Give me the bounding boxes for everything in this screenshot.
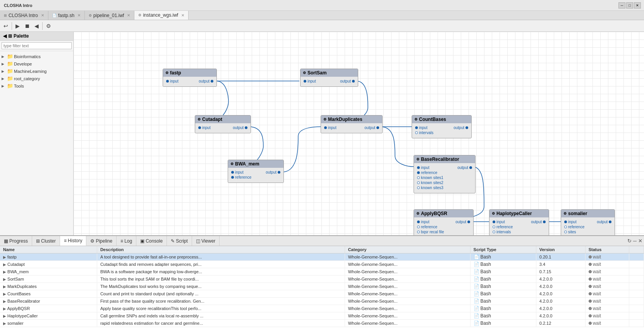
tab-console[interactable]: ▣ Console xyxy=(136,236,167,246)
port-output[interactable]: output xyxy=(266,170,280,174)
expand-row-button[interactable]: ▶ xyxy=(3,307,6,311)
tab-close-icon[interactable]: ✕ xyxy=(41,13,44,17)
expand-row-button[interactable]: ▶ xyxy=(3,277,6,281)
port-input[interactable]: input xyxy=(198,126,211,130)
port-known-sites2[interactable]: known sites2 xyxy=(417,181,472,185)
tab-script[interactable]: ✎ Script xyxy=(167,236,192,246)
maximize-button[interactable]: □ xyxy=(626,2,633,9)
port-reference[interactable]: reference xyxy=(417,225,470,229)
port-output[interactable]: output xyxy=(531,220,546,224)
node-applybqsr[interactable]: ⚙ ApplyBQSR input output reference bqsr … xyxy=(414,209,474,235)
table-row[interactable]: ▶ BWA_mem BWA is a software package for … xyxy=(0,268,644,276)
tree-item-machinelearning[interactable]: ▶ 📁 MachineLearning xyxy=(0,67,73,75)
port-output[interactable]: output xyxy=(457,165,472,170)
minimize-panel-icon[interactable]: ─ xyxy=(633,238,637,244)
expand-row-button[interactable]: ▶ xyxy=(3,299,6,303)
node-countbases[interactable]: ⚙ CountBases input output intervals xyxy=(412,115,472,138)
app-title: CLOSHA Intro xyxy=(2,3,35,8)
table-row[interactable]: ▶ HaplotypeCaller Call germline SNPs and… xyxy=(0,312,644,320)
settings-button[interactable]: ⚙ xyxy=(44,22,53,30)
port-input[interactable]: input xyxy=(564,220,577,224)
expand-row-button[interactable]: ▶ xyxy=(3,270,6,274)
tab-closha-intro[interactable]: ⊞ CLOSHA Intro ✕ xyxy=(0,11,48,20)
port-input[interactable]: input xyxy=(166,79,179,83)
refresh-button[interactable]: ↩ xyxy=(2,22,10,30)
port-input[interactable]: input xyxy=(231,170,244,174)
port-reference[interactable]: reference xyxy=(231,175,280,179)
expand-row-button[interactable]: ▶ xyxy=(3,314,6,318)
port-input[interactable]: input xyxy=(415,126,428,130)
tab-pipeline01[interactable]: ⚙ pipeline_01.iwf ✕ xyxy=(85,11,134,20)
port-intervals[interactable]: intervals xyxy=(493,230,546,234)
tree-item-develope[interactable]: ▶ 📁 Develope xyxy=(0,60,73,67)
port-reference[interactable]: reference xyxy=(417,171,472,175)
port-input[interactable]: input xyxy=(493,220,505,224)
port-input[interactable]: input xyxy=(304,79,316,83)
tree-item-bioinformatics[interactable]: ▶ 📁 Bioinformatics xyxy=(0,53,73,60)
port-intervals[interactable]: intervals xyxy=(415,131,468,135)
port-bqsr-recal-file[interactable]: bqsr recal file xyxy=(417,230,470,234)
node-haplotypecaller[interactable]: ⚙ HaplotypeCaller input output reference… xyxy=(489,209,549,235)
tab-history[interactable]: ≡ History xyxy=(60,236,86,246)
port-known-sites3[interactable]: known sites3 xyxy=(417,186,472,190)
table-row[interactable]: ▶ ApplyBQSR Apply base quality score rec… xyxy=(0,305,644,312)
tab-instance-wgs[interactable]: ⚙ instance_wgs.iwf ✕ xyxy=(134,11,189,20)
port-known-sites1[interactable]: known sites1 xyxy=(417,176,472,180)
node-markduplicates[interactable]: ⚙ MarkDuplicates input output xyxy=(321,115,383,133)
port-input[interactable]: input xyxy=(417,220,429,224)
tree-item-root-category[interactable]: ▶ 📁 root_category xyxy=(0,75,73,82)
tab-progress[interactable]: ▦ Progress xyxy=(0,236,32,246)
node-cutadapt[interactable]: ⚙ Cutadapt input output xyxy=(195,115,251,133)
node-fastp[interactable]: ⚙ fastp input output xyxy=(163,69,217,87)
close-button[interactable]: ✕ xyxy=(634,2,641,9)
back-button[interactable]: ◀ xyxy=(33,22,41,30)
node-baserecalibrator[interactable]: ⚙ BaseRecalibrator input output referenc… xyxy=(414,155,476,193)
node-somalier[interactable]: ⚙ somalier input output reference sites xyxy=(561,209,615,235)
tree-item-tools[interactable]: ▶ 📁 Tools xyxy=(0,82,73,90)
port-output[interactable]: output xyxy=(340,79,355,83)
port-output[interactable]: output xyxy=(597,220,611,224)
tab-cluster[interactable]: ⊞ Cluster xyxy=(32,236,60,246)
minimize-button[interactable]: ─ xyxy=(618,2,625,9)
port-output[interactable]: output xyxy=(453,126,468,130)
port-output[interactable]: output xyxy=(199,79,213,83)
expand-row-button[interactable]: ▶ xyxy=(3,262,6,267)
sidebar-search-input[interactable] xyxy=(2,42,72,49)
tab-pipeline[interactable]: ⚙ Pipeline xyxy=(86,236,117,246)
node-sortsam[interactable]: ⚙ SortSam input output xyxy=(300,69,358,87)
refresh-icon[interactable]: ↻ xyxy=(627,238,632,244)
table-row[interactable]: ▶ MarkDuplicates The MarkDuplicates tool… xyxy=(0,283,644,290)
port-output[interactable]: output xyxy=(233,126,247,130)
expand-row-button[interactable]: ▶ xyxy=(3,321,6,326)
pipeline-icon: ⚙ xyxy=(90,238,94,244)
port-output[interactable]: output xyxy=(455,220,470,224)
canvas-area[interactable]: ⚙ fastp input output ⚙ SortSam xyxy=(74,32,644,235)
tab-viewer[interactable]: ◫ Viewer xyxy=(192,236,220,246)
port-sites[interactable]: sites xyxy=(564,230,611,234)
run-button[interactable]: ▶ xyxy=(14,22,22,30)
port-reference[interactable]: reference xyxy=(493,225,546,229)
table-row[interactable]: ▶ BaseRecalibrator First pass of the bas… xyxy=(0,298,644,305)
stop-button[interactable]: ⏹ xyxy=(22,22,32,30)
tab-close-icon[interactable]: ✕ xyxy=(181,13,184,17)
table-row[interactable]: ▶ Cutadapt Cutadapt finds and removes ad… xyxy=(0,261,644,268)
expand-row-button[interactable]: ▶ xyxy=(3,284,6,289)
tab-log[interactable]: ≡ Log xyxy=(117,236,136,246)
tab-close-icon[interactable]: ✕ xyxy=(127,13,130,17)
script-icon: ✎ xyxy=(171,238,175,244)
tab-fastp-sh[interactable]: 📄 fastp.sh ✕ xyxy=(48,11,85,20)
port-reference[interactable]: reference xyxy=(564,225,611,229)
table-row[interactable]: ▶ fastp A tool designed to provide fast … xyxy=(0,253,644,261)
node-bwamem[interactable]: ⚙ BWA_mem input output reference xyxy=(228,160,284,183)
node-icon: ⚙ xyxy=(303,71,306,75)
table-row[interactable]: ▶ CountBases Count and print to standard… xyxy=(0,290,644,298)
expand-row-button[interactable]: ▶ xyxy=(3,292,6,296)
tab-close-icon[interactable]: ✕ xyxy=(77,13,81,17)
close-panel-icon[interactable]: ✕ xyxy=(638,238,642,244)
table-row[interactable]: ▶ SortSam This tool sorts the input SAM … xyxy=(0,276,644,283)
port-input[interactable]: input xyxy=(324,126,337,130)
port-output[interactable]: output xyxy=(364,126,379,130)
expand-row-button[interactable]: ▶ xyxy=(3,255,6,259)
port-input[interactable]: input xyxy=(417,165,429,170)
table-row[interactable]: ▶ somalier rapid relatedness estimation … xyxy=(0,320,644,327)
